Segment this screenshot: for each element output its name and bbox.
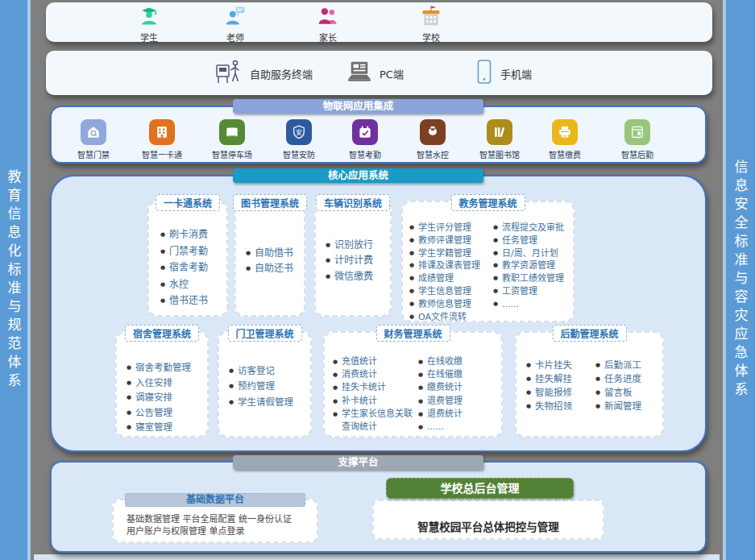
list-item-label: 调寝安排 — [135, 390, 172, 405]
list-item-label: 排课及课表管理 — [418, 259, 480, 272]
bullet-dot: ● — [160, 259, 165, 276]
bullet-dot: ● — [409, 272, 414, 285]
bullet-dot: ● — [229, 363, 234, 380]
bullet-dot: ● — [160, 292, 165, 309]
iot-label: 智慧考勤 — [349, 148, 381, 160]
system-vehicle: 车辆识别系统 ●识别放行●计时计费●微信缴费 — [314, 201, 392, 317]
list-item: ●工资管理 — [493, 285, 571, 298]
list-item: ●成绩管理 — [409, 272, 490, 285]
system-title: 财务管理系统 — [375, 325, 450, 342]
water-control-icon — [420, 119, 446, 145]
base-data-platform-box: 基础数据平台 基础数据管理 平台全局配置 统一身份认证 用户账户与权限管理 单点… — [112, 499, 318, 543]
core-panel: 一卡通系统 ●刷卡消费●门禁考勤●宿舍考勤●水控●借书还书 图书管理系统 ●自助… — [50, 175, 707, 452]
bullet-dot: ● — [229, 395, 234, 411]
system-item-list: ●充值统计●消费统计●挂失卡统计●补卡统计●学生家长信息关联查询统计 — [325, 333, 417, 436]
list-item: ●...... — [493, 298, 571, 311]
bullet-dot: ● — [418, 395, 423, 408]
list-item: ●任务进度 — [595, 372, 661, 386]
iot-payment: 智慧缴费 — [535, 119, 595, 160]
school-admin-header: 学校总后台管理 — [386, 478, 574, 499]
list-item-label: 在线收缴 — [427, 355, 463, 368]
bullet-dot: ● — [160, 243, 165, 260]
list-item: ●学生请假管理 — [229, 395, 307, 411]
list-item-label: 刷卡消费 — [169, 226, 208, 243]
list-item-label: 借书还书 — [169, 292, 208, 309]
smart-campus-architecture-diagram: 教育信息化标准与规范体系 信息安全标准与容灾应急体系 学生 老师 家长 — [0, 0, 755, 560]
list-item-label: 入住安排 — [135, 375, 172, 391]
list-item: ●学生学籍管理 — [409, 247, 490, 260]
bullet-dot: ● — [160, 226, 165, 243]
list-item-label: OA文件流转 — [418, 311, 467, 324]
bullet-dot: ● — [326, 238, 330, 254]
iot-parking: 智慧停车场 — [202, 119, 262, 160]
users-panel: 学生 老师 家长 学校 — [46, 2, 712, 42]
bullet-dot: ● — [595, 359, 600, 372]
system-title: 车辆识别系统 — [316, 194, 390, 211]
terminal-kiosk: 自助服务终端 — [214, 57, 313, 89]
bullet-dot: ● — [493, 234, 498, 247]
bullet-dot: ● — [493, 259, 498, 272]
system-item-list: ●识别放行●计时计费●微信缴费 — [316, 202, 390, 315]
list-item: ●挂失解挂 — [526, 372, 591, 386]
list-item-label: 教职工绩效管理 — [502, 272, 564, 285]
list-item-label: 缴费统计 — [427, 381, 463, 394]
system-title: 门卫管理系统 — [227, 325, 301, 342]
system-item-list: ●自助借书●自助还书 — [236, 202, 304, 315]
right-standard-bar: 信息安全标准与容灾应急体系 — [723, 0, 755, 560]
system-logistics: 后勤管理系统 ●卡片挂失●挂失解挂●智能报修●失物招领 ●后勤派工●任务进度●留… — [515, 331, 664, 438]
security-shield-icon: 安 — [286, 119, 312, 145]
list-item-label: 挂失卡统计 — [342, 381, 386, 394]
system-title: 教务管理系统 — [450, 194, 525, 211]
iot-label: 智慧门禁 — [77, 148, 110, 160]
parking-icon — [219, 119, 245, 145]
list-item-label: 工资管理 — [502, 285, 537, 298]
user-school: 学校 — [403, 6, 459, 44]
user-label: 学生 — [140, 31, 158, 44]
list-item-label: 挂失解挂 — [535, 372, 572, 386]
list-item: ●自助借书 — [246, 246, 301, 262]
iot-security: 安 智慧安防 — [269, 119, 329, 160]
base-data-platform-title: 基础数据平台 — [125, 493, 305, 507]
list-item-label: 在线催缴 — [427, 368, 463, 381]
list-item-label: 退费统计 — [427, 408, 463, 421]
bullet-dot: ● — [493, 247, 498, 260]
list-item-label: 自助还书 — [255, 261, 293, 277]
list-item-label: 预约管理 — [238, 379, 275, 395]
bullet-dot: ● — [127, 360, 131, 375]
list-item-label: 寝室管理 — [135, 420, 172, 435]
logistics-board-icon — [624, 119, 650, 145]
list-item: ●退费管理 — [418, 395, 500, 408]
system-dormitory: 宿舍管理系统 ●宿舍考勤管理●入住安排●调寝安排●公告管理●寝室管理 — [115, 331, 209, 438]
list-item: ●学生家长信息关联查询统计 — [333, 408, 415, 433]
list-item: ●流程提交及审批 — [493, 222, 571, 234]
bullet-dot: ● — [333, 368, 338, 381]
system-item-list: ●在线收缴●在线催缴●缴费统计●退费管理●退费统计●...... — [417, 333, 501, 436]
list-item: ●在线收缴 — [418, 355, 500, 368]
list-item: ●刷卡消费 — [160, 226, 223, 243]
list-item-label: 教师信息管理 — [418, 298, 471, 311]
iot-water-control: 智慧水控 — [403, 119, 463, 160]
list-item: ●自助还书 — [246, 261, 301, 277]
terminal-label: 自助服务终端 — [250, 66, 313, 81]
list-item: ●消费统计 — [333, 368, 415, 381]
bullet-dot: ● — [246, 246, 251, 262]
bullet-dot: ● — [333, 408, 338, 421]
list-item-label: 留言板 — [604, 386, 633, 400]
system-gatekeeper: 门卫管理系统 ●访客登记●预约管理●学生请假管理 — [218, 331, 312, 438]
list-item: ●排课及课表管理 — [409, 259, 490, 272]
system-onecard: 一卡通系统 ●刷卡消费●门禁考勤●宿舍考勤●水控●借书还书 — [147, 201, 228, 317]
left-standard-bar: 教育信息化标准与规范体系 — [0, 0, 31, 560]
user-parent: 家长 — [300, 6, 356, 44]
list-item: ●在线催缴 — [418, 368, 500, 381]
list-item-label: 失物招领 — [535, 400, 572, 413]
terminal-label: PC端 — [380, 66, 404, 81]
list-item-label: 宿舍考勤管理 — [135, 360, 191, 375]
list-item: ●借书还书 — [160, 292, 223, 309]
svg-text:安: 安 — [296, 128, 302, 136]
list-item-label: 任务进度 — [604, 372, 641, 386]
list-item: ●失物招领 — [526, 400, 591, 413]
bullet-dot: ● — [595, 386, 600, 400]
list-item-label: 后勤派工 — [604, 359, 641, 372]
list-item-label: 识别放行 — [334, 238, 373, 254]
list-item: ●留言板 — [595, 386, 661, 400]
